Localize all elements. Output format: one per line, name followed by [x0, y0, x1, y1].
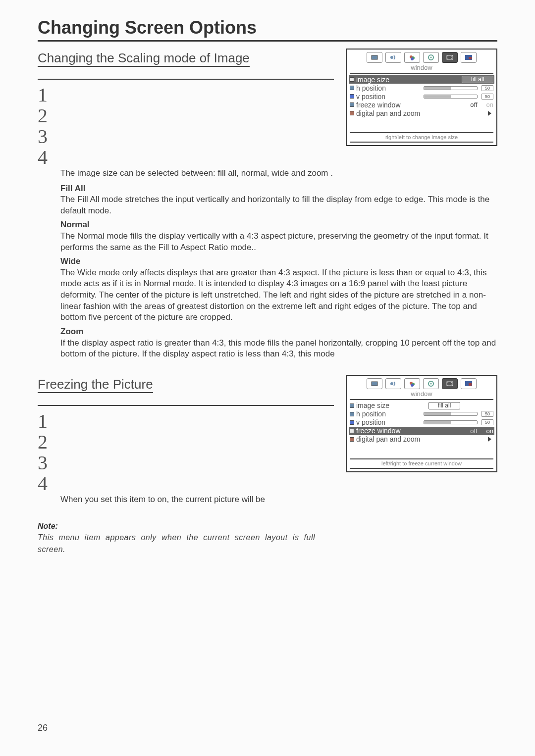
- step-1: 1: [38, 411, 57, 432]
- osd-tab-color-icon: [404, 378, 420, 389]
- osd-tab-blank-icon: [367, 52, 382, 63]
- osd-tab-setup-icon: [423, 378, 439, 389]
- bullet-icon: [350, 437, 354, 442]
- val-v-position: 50: [482, 419, 493, 425]
- slider-v-position[interactable]: [424, 95, 478, 99]
- osd-tab-color-icon: [404, 52, 420, 63]
- page-title: Changing Screen Options: [38, 17, 497, 38]
- osd-row-freeze[interactable]: freeze window off on: [349, 427, 494, 435]
- divider: [38, 405, 334, 406]
- svg-point-11: [390, 382, 393, 385]
- osd-hint: right/left to change image size: [350, 132, 493, 143]
- svg-rect-19: [469, 383, 472, 386]
- val-on: on: [486, 101, 493, 108]
- bullet-icon: [350, 86, 354, 90]
- svg-rect-0: [372, 55, 377, 59]
- svg-rect-10: [372, 382, 377, 386]
- osd-tab-audio-icon: [385, 52, 401, 63]
- bullet-icon: [350, 77, 354, 82]
- mode-normal-name: Normal: [60, 219, 497, 231]
- svg-point-4: [411, 57, 414, 60]
- mode-normal-body: The Normal mode fills the display vertic…: [60, 231, 497, 253]
- bullet-icon: [350, 429, 354, 433]
- osd-row-h-position[interactable]: h position 50: [350, 84, 493, 92]
- bullet-icon: [350, 412, 354, 416]
- step-4: 4: [38, 147, 57, 168]
- label-image-size: image size: [356, 402, 421, 409]
- val-image-size: fill all: [428, 402, 460, 409]
- osd-tab-title: window: [350, 64, 493, 74]
- section1-title: Changing the Scaling mode of Image: [38, 50, 250, 67]
- osd-tab-window-icon: [442, 52, 458, 63]
- step-4: 4: [38, 473, 57, 494]
- osd-row-image-size[interactable]: image size fill all: [350, 402, 493, 410]
- arrow-right-icon: [488, 111, 491, 116]
- osd-row-h-position[interactable]: h position 50: [350, 410, 493, 418]
- note-label: Note:: [38, 522, 315, 531]
- mode-zoom-body: If the display aspect ratio is greater t…: [60, 338, 497, 360]
- val-off: off: [470, 427, 477, 435]
- osd-tab-title: window: [350, 390, 493, 400]
- mode-wide-name: Wide: [60, 256, 497, 267]
- val-image-size: fill all: [462, 76, 493, 83]
- intro-text: The image size can be selected between: …: [60, 168, 334, 179]
- val-off: off: [470, 101, 477, 108]
- bullet-icon: [350, 102, 354, 107]
- osd-tab-blank-icon: [367, 378, 382, 389]
- bullet-icon: [350, 420, 354, 425]
- slider-v-position[interactable]: [424, 420, 478, 424]
- osd-row-zoom[interactable]: digital pan and zoom: [350, 109, 493, 117]
- osd-tab-setup-icon: [423, 52, 439, 63]
- label-v-position: v position: [356, 418, 421, 426]
- label-freeze: freeze window: [356, 101, 421, 109]
- label-freeze: freeze window: [356, 427, 439, 435]
- osd-tab-audio-icon: [385, 378, 401, 389]
- bullet-icon: [350, 94, 354, 99]
- step-2: 2: [38, 105, 57, 126]
- freeze-body: When you set this item to on, the curren…: [60, 494, 334, 505]
- osd-menu-1: window image size fill all h position 50: [346, 49, 497, 146]
- label-image-size: image size: [356, 76, 439, 84]
- step-3: 3: [38, 453, 57, 473]
- osd-hint: left/right to freeze current window: [350, 458, 493, 469]
- svg-rect-9: [469, 57, 472, 59]
- mode-fillall-name: Fill All: [60, 183, 497, 195]
- osd-row-image-size[interactable]: image size fill all: [349, 75, 494, 84]
- osd-menu-2: window image size fill all h position 50: [346, 375, 497, 472]
- osd-row-zoom[interactable]: digital pan and zoom: [350, 435, 493, 444]
- mode-wide-body: The Wide mode only affects displays that…: [60, 267, 497, 323]
- osd-row-v-position[interactable]: v position 50: [350, 418, 493, 427]
- label-h-position: h position: [356, 84, 421, 92]
- val-v-position: 50: [482, 94, 493, 100]
- mode-zoom-name: Zoom: [60, 326, 497, 338]
- svg-point-6: [430, 57, 432, 58]
- osd-row-freeze[interactable]: freeze window off on: [350, 101, 493, 109]
- val-h-position: 50: [482, 85, 493, 91]
- svg-point-1: [390, 56, 393, 59]
- step-3: 3: [38, 126, 57, 147]
- val-on: on: [486, 427, 493, 435]
- bullet-icon: [350, 403, 354, 408]
- step-2: 2: [38, 432, 57, 453]
- label-zoom: digital pan and zoom: [356, 109, 445, 117]
- osd-tab-pip-icon: [461, 52, 477, 63]
- page-number: 26: [38, 723, 48, 733]
- divider: [38, 79, 334, 80]
- slider-h-position[interactable]: [424, 412, 478, 416]
- label-zoom: digital pan and zoom: [356, 435, 445, 443]
- mode-fillall-body: The Fill All mode stretches the input ve…: [60, 194, 497, 216]
- arrow-right-icon: [488, 437, 491, 442]
- val-h-position: 50: [482, 411, 493, 417]
- slider-h-position[interactable]: [424, 86, 478, 90]
- osd-tab-pip-icon: [461, 378, 477, 389]
- label-v-position: v position: [356, 93, 421, 101]
- label-h-position: h position: [356, 410, 421, 418]
- osd-row-v-position[interactable]: v position 50: [350, 92, 493, 101]
- step-1: 1: [38, 85, 57, 105]
- section2-title: Freezing the Picture: [38, 377, 153, 393]
- svg-point-16: [430, 383, 432, 384]
- note-text: This menu item appears only when the cur…: [38, 532, 315, 554]
- svg-point-14: [411, 384, 414, 387]
- osd-tab-window-icon: [442, 378, 458, 389]
- bullet-icon: [350, 111, 354, 115]
